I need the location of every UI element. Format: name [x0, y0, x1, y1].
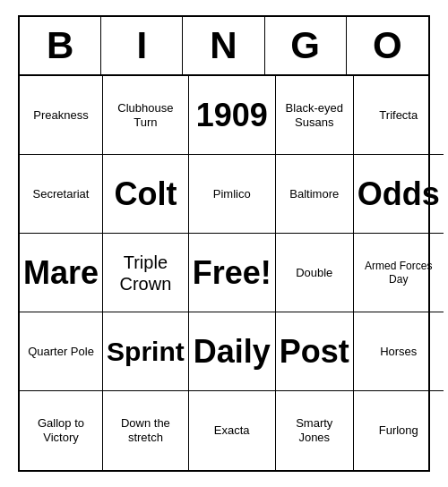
bingo-cell-text-1: Clubhouse Turn: [107, 101, 185, 129]
bingo-cell-text-6: Colt: [114, 175, 177, 213]
bingo-cell-text-19: Horses: [380, 345, 417, 359]
bingo-cell-1: Clubhouse Turn: [103, 76, 189, 155]
bingo-cell-19: Horses: [354, 312, 444, 391]
bingo-cell-text-21: Down the stretch: [107, 416, 185, 444]
bingo-cell-9: Odds: [354, 155, 444, 234]
bingo-cell-text-14: Armed Forces Day: [358, 260, 440, 286]
bingo-cell-22: Exacta: [189, 391, 276, 470]
bingo-cell-15: Quarter Pole: [20, 312, 103, 391]
bingo-cell-17: Daily: [189, 312, 276, 391]
bingo-cell-11: Triple Crown: [103, 234, 189, 312]
bingo-cell-text-12: Free!: [193, 253, 271, 292]
bingo-cell-13: Double: [276, 234, 354, 312]
bingo-cell-text-16: Sprint: [107, 336, 185, 368]
bingo-cell-6: Colt: [103, 155, 189, 234]
bingo-cell-text-8: Baltimore: [289, 187, 339, 201]
bingo-cell-20: Gallop to Victory: [20, 391, 103, 470]
bingo-cell-10: Mare: [20, 234, 103, 312]
bingo-cell-7: Pimlico: [189, 155, 276, 234]
header-letter-b: B: [20, 17, 101, 74]
bingo-cell-text-2: 1909: [196, 96, 268, 134]
bingo-cell-2: 1909: [189, 76, 276, 155]
bingo-cell-12: Free!: [189, 234, 276, 312]
header-letter-o: O: [347, 17, 428, 74]
bingo-cell-text-20: Gallop to Victory: [23, 416, 99, 444]
bingo-cell-24: Furlong: [354, 391, 444, 470]
bingo-cell-text-23: Smarty Jones: [280, 416, 349, 444]
bingo-cell-text-4: Trifecta: [379, 108, 418, 123]
bingo-grid: PreaknessClubhouse Turn1909Black-eyed Su…: [20, 76, 428, 470]
bingo-cell-23: Smarty Jones: [276, 391, 354, 470]
bingo-cell-5: Secretariat: [20, 155, 103, 234]
header-letter-n: N: [183, 17, 264, 74]
bingo-cell-text-10: Mare: [23, 253, 99, 292]
bingo-cell-text-18: Post: [280, 332, 349, 371]
header-letter-i: I: [101, 17, 183, 74]
bingo-cell-16: Sprint: [103, 312, 189, 391]
bingo-cell-text-24: Furlong: [379, 423, 418, 438]
bingo-card: BINGO PreaknessClubhouse Turn1909Black-e…: [18, 15, 430, 472]
bingo-cell-18: Post: [276, 312, 354, 391]
bingo-cell-21: Down the stretch: [103, 391, 189, 470]
bingo-cell-0: Preakness: [20, 76, 103, 155]
bingo-cell-4: Trifecta: [354, 76, 444, 155]
bingo-cell-8: Baltimore: [276, 155, 354, 234]
bingo-cell-text-5: Secretariat: [33, 187, 90, 201]
bingo-cell-text-7: Pimlico: [213, 187, 251, 201]
bingo-cell-text-0: Preakness: [33, 108, 88, 123]
bingo-cell-14: Armed Forces Day: [354, 234, 444, 312]
bingo-cell-text-3: Black-eyed Susans: [280, 101, 349, 129]
bingo-cell-text-11: Triple Crown: [107, 252, 185, 295]
bingo-cell-text-9: Odds: [358, 175, 440, 213]
bingo-cell-3: Black-eyed Susans: [276, 76, 354, 155]
bingo-cell-text-15: Quarter Pole: [28, 345, 94, 359]
bingo-header: BINGO: [20, 17, 428, 76]
header-letter-g: G: [265, 17, 347, 74]
bingo-cell-text-13: Double: [296, 266, 332, 280]
bingo-cell-text-22: Exacta: [214, 423, 250, 438]
bingo-cell-text-17: Daily: [194, 332, 271, 371]
